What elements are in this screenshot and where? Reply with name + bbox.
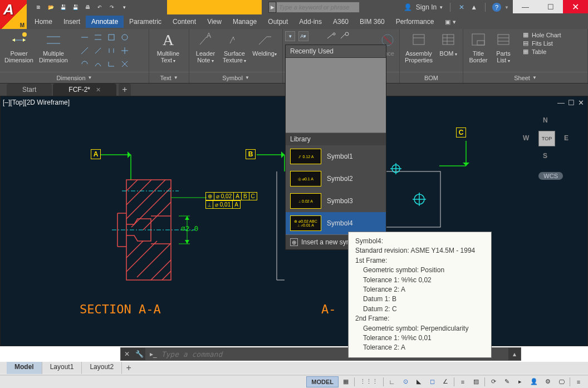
search-input[interactable] xyxy=(276,2,360,13)
hole-chart-button[interactable]: ▦Hole Chart xyxy=(523,31,561,38)
multiple-dimension-button[interactable]: Multiple Dimension xyxy=(38,31,69,63)
layout-tab-1[interactable]: Layout1 xyxy=(42,362,82,374)
library-symbol1[interactable]: ⫽ 0.12 A Symbol1 xyxy=(286,145,386,168)
status-ortho-icon[interactable]: ∟ xyxy=(386,376,398,387)
viewport-minimize-icon[interactable]: — xyxy=(557,99,565,107)
tab-home[interactable]: Home xyxy=(29,16,58,28)
leader-note-button[interactable]: A Leader Note ▾ xyxy=(193,31,218,64)
panel-title-dimension[interactable]: Dimension ▼ xyxy=(0,72,149,83)
search-arrow-icon[interactable]: ▶ xyxy=(268,2,276,13)
mini-tool-icon[interactable] xyxy=(326,31,336,41)
dim-tool-icon[interactable] xyxy=(79,45,91,57)
dim-tool-icon[interactable] xyxy=(119,58,131,70)
status-iso-icon[interactable]: ◣ xyxy=(413,376,425,387)
layout-tab-model[interactable]: Model xyxy=(7,362,42,374)
viewport-maximize-icon[interactable]: ☐ xyxy=(568,99,575,107)
status-monitor-icon[interactable]: 🖵 xyxy=(555,376,567,387)
status-scale-icon[interactable]: 👤 xyxy=(527,376,541,387)
multiline-text-button[interactable]: A Multiline Text ▾ xyxy=(153,31,184,64)
tab-annotate[interactable]: Annotate xyxy=(86,16,124,28)
panel-title-symbol[interactable]: Symbol ▼ xyxy=(189,72,282,83)
status-cycle-icon[interactable]: ⟳ xyxy=(487,376,499,387)
library-symbol3[interactable]: ⟂ 0.02 A Symbol3 xyxy=(286,190,386,212)
tab-content[interactable]: Content xyxy=(167,16,202,28)
dim-tool-icon[interactable] xyxy=(119,45,131,57)
tab-insert[interactable]: Insert xyxy=(58,16,86,28)
bom-button[interactable]: BOM ▾ xyxy=(438,31,459,57)
dim-tool-icon[interactable] xyxy=(92,58,104,70)
status-grid-icon[interactable]: ▦ xyxy=(340,376,352,387)
add-tab-button[interactable]: + xyxy=(119,84,131,96)
viewcube-s[interactable]: S xyxy=(543,152,547,160)
viewcube-top-face[interactable]: TOP xyxy=(538,131,555,146)
close-tab-icon[interactable]: ✕ xyxy=(96,86,101,94)
status-snap-icon[interactable]: ⋮⋮⋮ xyxy=(357,376,381,387)
layout-tab-2[interactable]: Layout2 xyxy=(82,362,122,374)
dim-tool-icon[interactable] xyxy=(119,31,131,43)
dim-tool-icon[interactable] xyxy=(105,31,117,43)
qat-more-icon[interactable]: ▾ xyxy=(119,3,129,12)
dim-tool-icon[interactable] xyxy=(105,58,117,70)
surface-texture-button[interactable]: Surface Texture ▾ xyxy=(222,31,247,64)
viewcube-e[interactable]: E xyxy=(564,134,569,142)
parts-list-button[interactable]: Parts List ▾ xyxy=(493,31,513,64)
qat-save-icon[interactable]: 💾 xyxy=(58,3,68,12)
tab-performance[interactable]: Performance xyxy=(390,16,440,28)
viewcube-w[interactable]: W xyxy=(523,134,529,142)
qat-saveas-icon[interactable]: 💾 xyxy=(70,3,80,12)
layout-add-button[interactable]: + xyxy=(122,362,135,374)
tab-view[interactable]: View xyxy=(202,16,227,28)
panel-title-text[interactable]: Text ▼ xyxy=(149,72,189,83)
welding-button[interactable]: Welding▾ xyxy=(251,31,278,57)
qat-undo-icon[interactable]: ↶ xyxy=(95,3,105,12)
status-transparency-icon[interactable]: ▨ xyxy=(470,376,482,387)
status-osnap-icon[interactable]: ◻ xyxy=(426,376,438,387)
app-icon[interactable]: ▲ xyxy=(469,3,478,12)
table-button[interactable]: ▦Table xyxy=(523,48,561,55)
panel-title-sheet[interactable]: Sheet ▼ xyxy=(463,72,587,83)
dim-tool-icon[interactable] xyxy=(79,58,91,70)
tab-overflow-icon[interactable]: ▣ ▾ xyxy=(445,18,455,26)
doctab-fcf2[interactable]: FCF-2*✕ xyxy=(53,84,116,96)
qat-plot-icon[interactable]: 🖶 xyxy=(82,3,92,12)
status-annotate-icon[interactable]: ✎ xyxy=(501,376,513,387)
status-track-icon[interactable]: ∠ xyxy=(439,376,452,387)
tab-addins[interactable]: Add-ins xyxy=(293,16,327,28)
cmd-recent-icon[interactable]: ▴ xyxy=(508,350,521,358)
dim-tool-icon[interactable] xyxy=(105,45,117,57)
title-border-button[interactable]: Title Border xyxy=(467,31,490,63)
tab-a360[interactable]: A360 xyxy=(327,16,354,28)
tab-bim360[interactable]: BIM 360 xyxy=(354,16,390,28)
mini-tool-icon[interactable]: A▾ xyxy=(298,31,308,41)
assembly-properties-button[interactable]: Assembly Properties xyxy=(403,31,434,63)
viewport-label[interactable]: [–][Top][2D Wireframe] xyxy=(3,99,70,106)
power-dimension-button[interactable]: Power Dimension xyxy=(3,31,35,63)
status-workspace-icon[interactable]: ⚙ xyxy=(542,376,554,387)
dim-tool-icon[interactable] xyxy=(79,31,91,43)
dim-tool-icon[interactable] xyxy=(92,45,104,57)
viewcube-n[interactable]: N xyxy=(543,116,548,124)
status-model-button[interactable]: MODEL xyxy=(306,376,339,387)
library-symbol4[interactable]: ⊕ ⌀0.02 ABC ⟂ ⌀0.01 A Symbol4 xyxy=(286,212,386,234)
mini-tool-icon[interactable]: ▾ xyxy=(285,31,295,41)
qat-redo-icon[interactable]: ↷ xyxy=(107,3,117,12)
dim-tool-icon[interactable] xyxy=(92,31,104,43)
qat-new-icon[interactable]: 🗎 xyxy=(33,3,43,12)
status-customize-icon[interactable]: ≡ xyxy=(572,376,585,387)
signin-button[interactable]: Sign In ▼ xyxy=(416,3,443,11)
exchange-icon[interactable]: ✕ xyxy=(457,3,466,12)
status-more-icon[interactable]: ▸ xyxy=(514,376,526,387)
wcs-label[interactable]: WCS xyxy=(538,172,563,180)
app-logo[interactable]: A M xyxy=(0,0,27,29)
viewport-close-icon[interactable]: ✕ xyxy=(578,99,584,107)
tab-parametric[interactable]: Parametric xyxy=(124,16,167,28)
status-lineweight-icon[interactable]: ≡ xyxy=(457,376,469,387)
help-icon[interactable]: ? xyxy=(492,3,501,12)
mini-tool-icon[interactable] xyxy=(340,31,350,41)
tab-output[interactable]: Output xyxy=(262,16,293,28)
window-minimize-button[interactable]: — xyxy=(513,0,538,13)
view-cube[interactable]: N S W E TOP xyxy=(526,119,565,158)
doctab-start[interactable]: Start xyxy=(7,84,52,96)
library-symbol2[interactable]: ◎ ⌀0.1 A Symbol2 xyxy=(286,168,386,190)
qat-open-icon[interactable]: 📂 xyxy=(46,3,56,12)
